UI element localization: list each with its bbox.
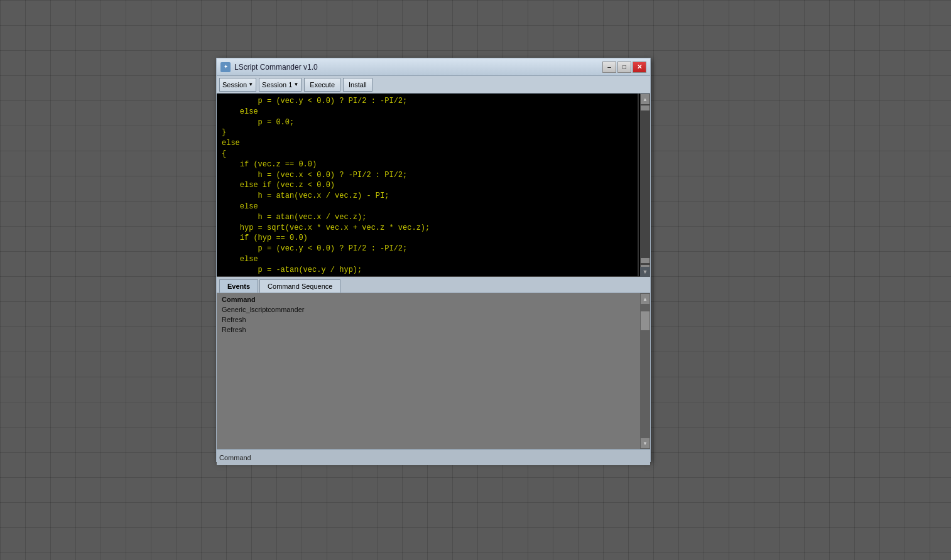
close-button[interactable]: ✕: [633, 62, 646, 73]
events-panel: Command Generic_lscriptcommander Refresh…: [217, 293, 650, 449]
tab-events[interactable]: Events: [219, 279, 258, 293]
session-dropdown-arrow: ▼: [248, 82, 253, 87]
list-item[interactable]: Generic_lscriptcommander: [219, 304, 648, 315]
events-list: Command Generic_lscriptcommander Refresh…: [217, 293, 650, 336]
command-label: Command: [219, 454, 251, 461]
window-title: LScript Commander v1.0: [234, 63, 602, 72]
list-item[interactable]: Refresh: [219, 325, 648, 335]
app-icon: ✦: [220, 62, 231, 72]
collapse-button[interactable]: ▼: [640, 267, 650, 277]
session1-dropdown[interactable]: Session 1 ▼: [259, 78, 302, 92]
minimize-button[interactable]: –: [602, 62, 616, 73]
code-content: p = (vec.y < 0.0) ? PI/2 : -PI/2; else p…: [222, 96, 645, 277]
execute-button[interactable]: Execute: [304, 78, 340, 92]
install-button[interactable]: Install: [343, 78, 372, 92]
events-scrollbar[interactable]: ▲ ▼: [640, 293, 650, 449]
events-header: Command: [219, 294, 648, 304]
window-controls: – □ ✕: [602, 62, 646, 73]
toolbar: Session ▼ Session 1 ▼ Execute Install: [217, 76, 650, 94]
main-window: ✦ LScript Commander v1.0 – □ ✕ Session ▼…: [216, 58, 651, 462]
maximize-button[interactable]: □: [617, 62, 631, 73]
tabs-bar: Events Command Sequence: [217, 277, 650, 293]
list-item[interactable]: Refresh: [219, 315, 648, 325]
session1-dropdown-arrow: ▼: [293, 82, 298, 87]
tab-command-sequence[interactable]: Command Sequence: [259, 279, 340, 293]
session-dropdown[interactable]: Session ▼: [219, 78, 256, 92]
code-scrollbar[interactable]: ▲ ▼: [640, 94, 650, 276]
title-bar: ✦ LScript Commander v1.0 – □ ✕: [217, 58, 650, 76]
command-bar: Command: [217, 449, 650, 465]
code-editor[interactable]: p = (vec.y < 0.0) ? PI/2 : -PI/2; else p…: [217, 94, 650, 277]
